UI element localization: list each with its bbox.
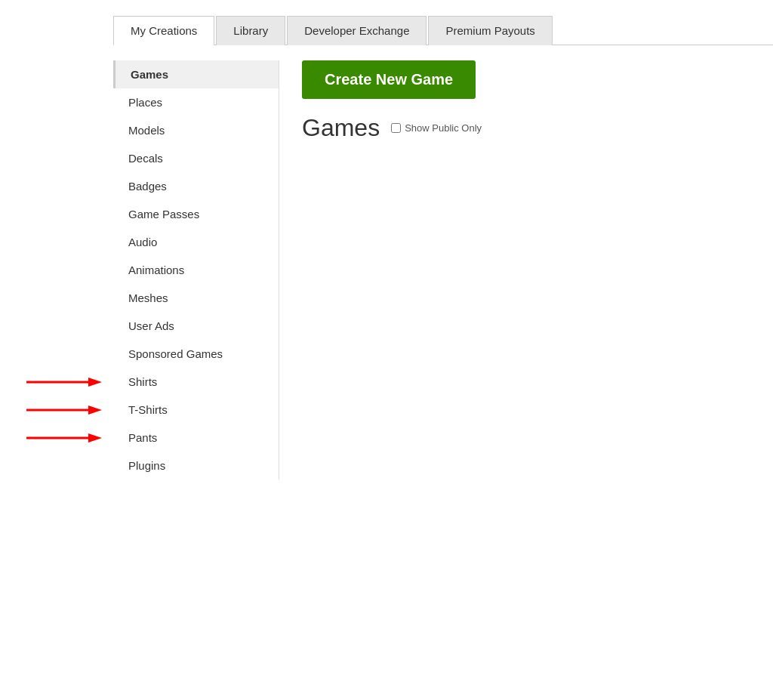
sidebar-item-pants[interactable]: Pants [113, 424, 279, 452]
sidebar-item-animations[interactable]: Animations [113, 256, 279, 284]
sidebar-item-models[interactable]: Models [113, 116, 279, 144]
svg-marker-1 [88, 378, 102, 387]
sidebar-item-plugins[interactable]: Plugins [113, 452, 279, 480]
sidebar-item-meshes[interactable]: Meshes [113, 284, 279, 312]
sidebar-label-models: Models [128, 124, 165, 137]
content-area: Create New Game Games Show Public Only [279, 60, 773, 480]
sidebar-item-game-passes[interactable]: Game Passes [113, 200, 279, 228]
sidebar: GamesPlacesModelsDecalsBadgesGame Passes… [113, 60, 279, 480]
sidebar-label-games: Games [131, 68, 168, 81]
tab-my-creations[interactable]: My Creations [113, 16, 214, 45]
show-public-only-text: Show Public Only [405, 122, 482, 134]
sidebar-label-user-ads: User Ads [128, 319, 174, 332]
show-public-only-checkbox[interactable] [391, 123, 401, 133]
red-arrow-pants [26, 430, 102, 446]
sidebar-label-shirts: Shirts [128, 375, 157, 388]
tabs-bar: My Creations Library Developer Exchange … [113, 15, 773, 45]
sidebar-label-decals: Decals [128, 152, 163, 165]
sidebar-item-sponsored-games[interactable]: Sponsored Games [113, 340, 279, 368]
sidebar-item-games[interactable]: Games [113, 60, 279, 88]
create-new-game-button[interactable]: Create New Game [302, 60, 476, 99]
main-content: GamesPlacesModelsDecalsBadgesGame Passes… [113, 60, 773, 480]
sidebar-label-meshes: Meshes [128, 291, 168, 304]
tab-premium-payouts[interactable]: Premium Payouts [428, 16, 552, 45]
svg-marker-3 [88, 406, 102, 415]
sidebar-item-audio[interactable]: Audio [113, 228, 279, 256]
show-public-only-label[interactable]: Show Public Only [391, 122, 482, 134]
sidebar-label-audio: Audio [128, 236, 157, 248]
sidebar-item-t-shirts[interactable]: T-Shirts [113, 396, 279, 424]
red-arrow-t-shirts [26, 402, 102, 418]
sidebar-label-sponsored-games: Sponsored Games [128, 347, 223, 360]
sidebar-item-places[interactable]: Places [113, 88, 279, 116]
section-header: Games Show Public Only [302, 114, 750, 142]
tab-library[interactable]: Library [216, 16, 285, 45]
sidebar-label-pants: Pants [128, 431, 157, 444]
sidebar-label-t-shirts: T-Shirts [128, 403, 168, 416]
red-arrow-shirts [26, 375, 102, 390]
sidebar-label-game-passes: Game Passes [128, 208, 199, 220]
sidebar-item-decals[interactable]: Decals [113, 144, 279, 172]
sidebar-label-animations: Animations [128, 264, 184, 276]
sidebar-item-user-ads[interactable]: User Ads [113, 312, 279, 340]
sidebar-label-badges: Badges [128, 180, 167, 193]
tab-developer-exchange[interactable]: Developer Exchange [287, 16, 427, 45]
svg-marker-5 [88, 433, 102, 443]
sidebar-label-plugins: Plugins [128, 459, 165, 472]
section-title: Games [302, 114, 380, 142]
sidebar-item-badges[interactable]: Badges [113, 172, 279, 200]
sidebar-item-shirts[interactable]: Shirts [113, 368, 279, 396]
sidebar-label-places: Places [128, 96, 162, 109]
